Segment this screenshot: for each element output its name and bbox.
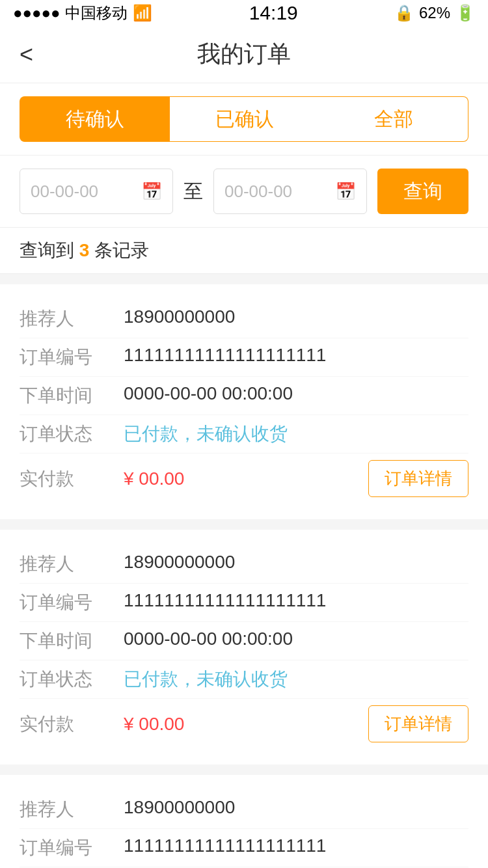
order-status-label-2: 订单状态 <box>20 667 124 692</box>
detail-button-2[interactable]: 订单详情 <box>368 705 468 742</box>
result-suffix: 条记录 <box>89 240 149 260</box>
order-status-row-1: 订单状态 已付款，未确认收货 <box>20 415 468 454</box>
amount-label-1: 实付款 <box>20 467 124 491</box>
order-no-row-2: 订单编号 11111111111111111111 <box>20 584 468 622</box>
order-card-3: 推荐人 18900000000 订单编号 1111111111111111111… <box>0 775 488 868</box>
order-time-label-1: 下单时间 <box>20 383 124 408</box>
status-bar-left: ●●●●● 中国移动 📶 <box>13 3 152 23</box>
order-no-row-3: 订单编号 11111111111111111111 <box>20 829 468 867</box>
order-time-row-2: 下单时间 0000-00-00 00:00:00 <box>20 622 468 660</box>
back-button[interactable]: < <box>20 41 33 68</box>
end-date-input[interactable]: 00-00-00 📅 <box>213 169 367 214</box>
battery-icon: 🔋 <box>455 4 475 22</box>
amount-label-2: 实付款 <box>20 712 124 737</box>
order-time-label-2: 下单时间 <box>20 629 124 653</box>
tab-bar: 待确认 已确认 全部 <box>0 83 488 156</box>
date-separator: 至 <box>183 178 203 205</box>
start-date-placeholder: 00-00-00 <box>31 182 135 202</box>
header: < 我的订单 <box>0 26 488 83</box>
amount-row-1: 实付款 ¥ 00.00 订单详情 <box>20 454 468 504</box>
start-calendar-icon: 📅 <box>141 182 162 202</box>
status-bar: ●●●●● 中国移动 📶 14:19 🔒 62% 🔋 <box>0 0 488 26</box>
referrer-value-3: 18900000000 <box>124 797 468 818</box>
page-title: 我的订单 <box>197 38 291 70</box>
order-status-label-1: 订单状态 <box>20 422 124 446</box>
lock-icon: 🔒 <box>394 4 414 22</box>
tab-confirmed[interactable]: 已确认 <box>169 96 319 142</box>
referrer-label-2: 推荐人 <box>20 552 124 576</box>
referrer-value-2: 18900000000 <box>124 552 468 573</box>
order-no-value-1: 11111111111111111111 <box>124 345 468 366</box>
order-card-2: 推荐人 18900000000 订单编号 1111111111111111111… <box>0 530 488 765</box>
referrer-value-1: 18900000000 <box>124 306 468 327</box>
order-no-label-1: 订单编号 <box>20 345 124 370</box>
end-calendar-icon: 📅 <box>335 182 356 202</box>
referrer-label-1: 推荐人 <box>20 306 124 331</box>
order-status-value-1: 已付款，未确认收货 <box>124 422 468 446</box>
order-status-row-2: 订单状态 已付款，未确认收货 <box>20 660 468 699</box>
order-time-value-1: 0000-00-00 00:00:00 <box>124 383 468 404</box>
order-no-row-1: 订单编号 11111111111111111111 <box>20 338 468 377</box>
amount-value-1: ¥ 00.00 <box>124 468 368 489</box>
date-filter: 00-00-00 📅 至 00-00-00 📅 查询 <box>0 156 488 228</box>
end-date-placeholder: 00-00-00 <box>224 182 329 202</box>
result-prefix: 查询到 <box>20 240 79 260</box>
order-time-row-1: 下单时间 0000-00-00 00:00:00 <box>20 377 468 415</box>
detail-button-1[interactable]: 订单详情 <box>368 460 468 497</box>
tab-all[interactable]: 全部 <box>319 96 468 142</box>
order-no-label-3: 订单编号 <box>20 835 124 860</box>
start-date-input[interactable]: 00-00-00 📅 <box>20 169 173 214</box>
signal-dots: ●●●●● <box>13 4 60 22</box>
referrer-row-2: 推荐人 18900000000 <box>20 545 468 584</box>
order-no-value-3: 11111111111111111111 <box>124 835 468 856</box>
order-status-value-2: 已付款，未确认收货 <box>124 667 468 692</box>
carrier-name: 中国移动 <box>65 3 128 23</box>
result-number: 3 <box>79 240 90 260</box>
result-count: 查询到 3 条记录 <box>0 228 488 274</box>
battery-percent: 62% <box>419 4 450 22</box>
search-button[interactable]: 查询 <box>377 169 468 214</box>
order-no-label-2: 订单编号 <box>20 590 124 615</box>
status-bar-right: 🔒 62% 🔋 <box>394 4 475 22</box>
referrer-row-3: 推荐人 18900000000 <box>20 791 468 829</box>
status-bar-time: 14:19 <box>249 2 298 24</box>
order-time-value-2: 0000-00-00 00:00:00 <box>124 629 468 649</box>
order-no-value-2: 11111111111111111111 <box>124 590 468 611</box>
order-card-1: 推荐人 18900000000 订单编号 1111111111111111111… <box>0 284 488 519</box>
referrer-row-1: 推荐人 18900000000 <box>20 300 468 338</box>
wifi-icon: 📶 <box>133 4 152 22</box>
amount-value-2: ¥ 00.00 <box>124 714 368 735</box>
amount-row-2: 实付款 ¥ 00.00 订单详情 <box>20 699 468 749</box>
tab-pending[interactable]: 待确认 <box>20 96 169 142</box>
referrer-label-3: 推荐人 <box>20 797 124 822</box>
